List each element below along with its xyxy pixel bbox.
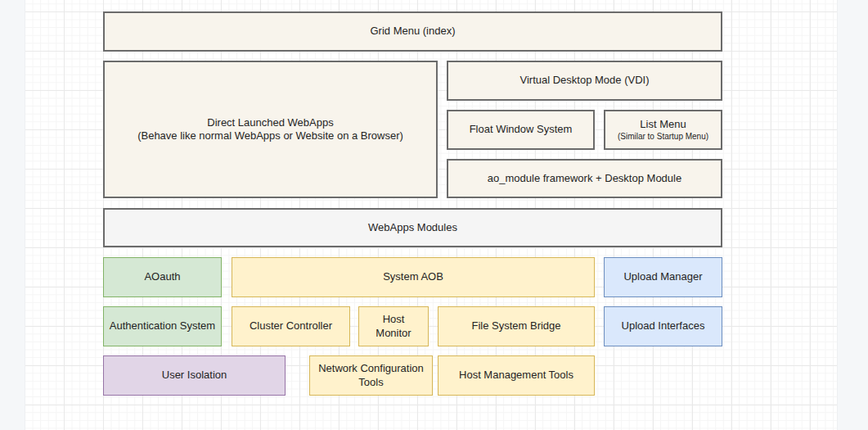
diagram-canvas: Grid Menu (index) Direct Launched WebApp… — [0, 0, 868, 430]
box-float-window-system-label: Float Window System — [470, 123, 573, 136]
box-grid-menu-label: Grid Menu (index) — [370, 25, 455, 38]
box-network-configuration-tools: Network Configuration Tools — [309, 355, 433, 396]
box-direct-launched-webapps-sublabel: (Behave like normal WebApps or Website o… — [137, 129, 403, 143]
box-cluster-controller: Cluster Controller — [232, 306, 350, 346]
box-ao-module-framework-label: ao_module framework + Desktop Module — [488, 172, 681, 185]
box-grid-menu: Grid Menu (index) — [103, 11, 722, 52]
box-upload-manager: Upload Manager — [604, 257, 722, 297]
box-aoauth: AOauth — [103, 257, 222, 297]
box-direct-launched-webapps-label: Direct Launched WebApps — [207, 116, 333, 129]
box-file-system-bridge-label: File System Bridge — [471, 319, 560, 333]
box-network-configuration-tools-label: Network Configuration Tools — [315, 362, 427, 389]
box-virtual-desktop-mode: Virtual Desktop Mode (VDI) — [447, 61, 722, 101]
box-host-management-tools: Host Management Tools — [438, 355, 595, 396]
canvas-right-margin — [837, 0, 868, 430]
box-upload-manager-label: Upload Manager — [623, 270, 702, 283]
box-upload-interfaces: Upload Interfaces — [604, 306, 722, 346]
box-webapps-modules-label: WebApps Modules — [368, 221, 457, 234]
box-list-menu-label: List Menu — [640, 118, 686, 131]
box-upload-interfaces-label: Upload Interfaces — [622, 319, 705, 333]
box-webapps-modules: WebApps Modules — [103, 208, 722, 247]
box-authentication-system: Authentication System — [103, 306, 222, 346]
box-list-menu: List Menu (Similar to Startup Menu) — [604, 110, 722, 150]
box-aoauth-label: AOauth — [144, 270, 180, 283]
box-direct-launched-webapps: Direct Launched WebApps (Behave like nor… — [103, 61, 438, 198]
box-host-monitor-label: Host Monitor — [364, 313, 423, 340]
box-host-management-tools-label: Host Management Tools — [459, 369, 573, 382]
box-virtual-desktop-mode-label: Virtual Desktop Mode (VDI) — [520, 74, 650, 87]
box-ao-module-framework: ao_module framework + Desktop Module — [447, 159, 722, 198]
box-file-system-bridge: File System Bridge — [438, 306, 595, 346]
box-system-aob-label: System AOB — [383, 270, 443, 283]
box-user-isolation: User Isolation — [103, 355, 286, 396]
box-cluster-controller-label: Cluster Controller — [250, 319, 332, 333]
box-system-aob: System AOB — [232, 257, 595, 297]
box-authentication-system-label: Authentication System — [110, 319, 215, 333]
box-float-window-system: Float Window System — [447, 110, 595, 150]
canvas-left-margin — [0, 0, 25, 430]
box-host-monitor: Host Monitor — [358, 306, 429, 346]
box-list-menu-sublabel: (Similar to Startup Menu) — [618, 131, 708, 142]
box-user-isolation-label: User Isolation — [162, 369, 227, 382]
